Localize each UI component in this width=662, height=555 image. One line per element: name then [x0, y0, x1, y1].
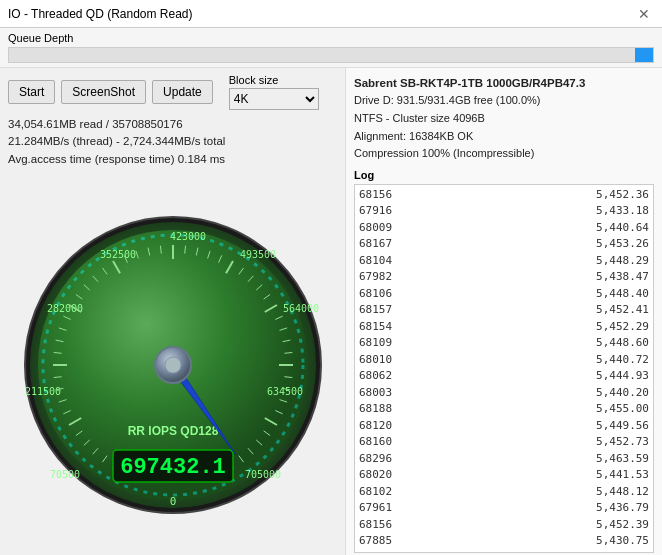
svg-text:705000: 705000 [244, 469, 280, 480]
right-panel: Sabrent SB-RKT4P-1TB 1000GB/R4PB47.3 Dri… [345, 68, 662, 555]
svg-text:70500: 70500 [49, 469, 79, 480]
log-label: Log [354, 169, 654, 181]
log-entry: 680625,444.93 [359, 368, 649, 385]
svg-text:634500: 634500 [266, 386, 302, 397]
svg-point-72 [165, 357, 181, 373]
block-size-label: Block size [229, 74, 319, 86]
log-entry: 681065,448.40 [359, 286, 649, 303]
log-entry: 681885,455.00 [359, 401, 649, 418]
device-line1: Drive D: 931.5/931.4GB free (100.0%) [354, 92, 654, 110]
window-title: IO - Threaded QD (Random Read) [8, 7, 193, 21]
log-entry: 680095,440.64 [359, 220, 649, 237]
svg-text:697432.1: 697432.1 [120, 455, 226, 480]
svg-text:0: 0 [169, 495, 176, 508]
log-entry: 681545,452.29 [359, 319, 649, 336]
log-entry: 679615,436.79 [359, 500, 649, 517]
log-entry: 680205,441.53 [359, 467, 649, 484]
start-button[interactable]: Start [8, 80, 55, 104]
log-entry: 681575,452.41 [359, 302, 649, 319]
gauge-svg: 0 70500 211500 282000 352500 423000 4935… [13, 205, 333, 525]
title-bar: IO - Threaded QD (Random Read) ✕ [0, 0, 662, 28]
log-entry: 678855,430.75 [359, 533, 649, 550]
close-button[interactable]: ✕ [634, 4, 654, 24]
queue-bar-fill [635, 48, 653, 62]
main-content: Start ScreenShot Update Block size 4K 51… [0, 68, 662, 555]
device-line4: Compression 100% (Incompressible) [354, 145, 654, 163]
gauge-container: 0 70500 211500 282000 352500 423000 4935… [8, 174, 337, 555]
stats-section: 34,054.61MB read / 35708850176 21.284MB/… [8, 116, 337, 168]
svg-text:423000: 423000 [169, 231, 205, 242]
svg-text:564000: 564000 [282, 303, 318, 314]
log-section: Log 681565,452.36679165,433.18680095,440… [354, 169, 654, 555]
log-entry: 681095,448.60 [359, 335, 649, 352]
log-entry: 682965,463.59 [359, 451, 649, 468]
log-entry: 681025,448.12 [359, 484, 649, 501]
log-entry: 681045,448.29 [359, 253, 649, 270]
update-button[interactable]: Update [152, 80, 213, 104]
stat-line3: Avg.access time (response time) 0.184 ms [8, 151, 337, 168]
log-entry: 681565,452.39 [359, 517, 649, 534]
block-size-select[interactable]: 4K 512B 1K 2K 8K 16K 32K 64K 128K 256K 5… [229, 88, 319, 110]
log-entry: 679165,433.18 [359, 203, 649, 220]
log-entry: 681565,452.36 [359, 187, 649, 204]
svg-text:352500: 352500 [99, 249, 135, 260]
svg-text:493500: 493500 [239, 249, 275, 260]
device-info: Sabrent SB-RKT4P-1TB 1000GB/R4PB47.3 Dri… [354, 74, 654, 163]
queue-depth-section: Queue Depth [0, 28, 662, 68]
left-panel: Start ScreenShot Update Block size 4K 51… [0, 68, 345, 555]
queue-bar-track [8, 47, 654, 63]
log-entry: 681205,449.56 [359, 418, 649, 435]
queue-depth-label: Queue Depth [8, 32, 654, 44]
block-size-section: Block size 4K 512B 1K 2K 8K 16K 32K 64K … [229, 74, 319, 110]
device-name: Sabrent SB-RKT4P-1TB 1000GB/R4PB47.3 [354, 74, 654, 92]
stat-line2: 21.284MB/s (thread) - 2,724.344MB/s tota… [8, 133, 337, 150]
log-entry: 680105,440.72 [359, 352, 649, 369]
svg-text:RR IOPS QD128: RR IOPS QD128 [127, 424, 218, 438]
log-box[interactable]: 681565,452.36679165,433.18680095,440.646… [354, 184, 654, 553]
log-entry: 681605,452.73 [359, 434, 649, 451]
screenshot-button[interactable]: ScreenShot [61, 80, 146, 104]
log-entry: 680035,440.20 [359, 385, 649, 402]
device-line3: Alignment: 16384KB OK [354, 128, 654, 146]
log-entry: 679825,438.47 [359, 269, 649, 286]
svg-text:211500: 211500 [24, 386, 60, 397]
svg-text:282000: 282000 [46, 303, 82, 314]
device-line2: NTFS - Cluster size 4096B [354, 110, 654, 128]
stat-line1: 34,054.61MB read / 35708850176 [8, 116, 337, 133]
buttons-row: Start ScreenShot Update Block size 4K 51… [8, 74, 337, 110]
log-entry: 681675,453.26 [359, 236, 649, 253]
